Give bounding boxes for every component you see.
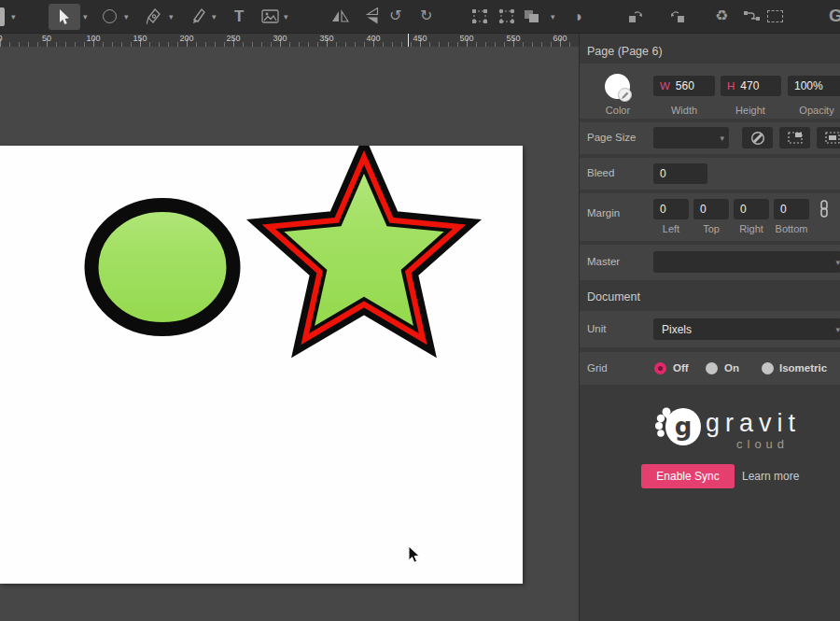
unit-dropdown[interactable]: Pixels ▾ bbox=[653, 318, 840, 340]
image-tool-icon[interactable] bbox=[261, 9, 279, 23]
opacity-value: 100% bbox=[794, 79, 823, 92]
master-label: Master bbox=[587, 256, 620, 267]
knife-tool-icon[interactable] bbox=[190, 7, 206, 25]
ruler-label: 400 bbox=[366, 34, 380, 43]
margin-row: Margin 0 Left 0 Top 0 Right 0 Bottom bbox=[580, 193, 840, 241]
ruler-label: 550 bbox=[506, 34, 520, 43]
convert-to-path-icon[interactable]: ♻ bbox=[715, 7, 728, 25]
boolean-caret[interactable]: ▾ bbox=[551, 12, 555, 21]
width-field[interactable]: W 560 bbox=[653, 76, 715, 96]
text-tool-icon[interactable]: T bbox=[234, 7, 244, 26]
ruler-label: 350 bbox=[319, 34, 333, 43]
page-size-caret: ▾ bbox=[720, 134, 724, 143]
orientation-button[interactable] bbox=[742, 127, 773, 148]
height-label: Height bbox=[735, 105, 765, 116]
ruler-label: 250 bbox=[226, 34, 240, 43]
margin-left-field[interactable]: 0 bbox=[653, 199, 689, 219]
flip-vertical-icon[interactable] bbox=[366, 7, 379, 25]
width-prefix: W bbox=[660, 80, 670, 92]
connector-icon[interactable] bbox=[743, 10, 761, 22]
margin-bottom-field[interactable]: 0 bbox=[774, 199, 809, 219]
ruler-label: 150 bbox=[133, 34, 147, 43]
margin-top-field[interactable]: 0 bbox=[693, 199, 729, 219]
margin-right-field[interactable]: 0 bbox=[734, 199, 769, 219]
margin-bottom-value: 0 bbox=[780, 203, 787, 216]
pen-tool-caret[interactable]: ▾ bbox=[169, 12, 174, 21]
shape-tool-partial-icon[interactable] bbox=[0, 7, 5, 26]
canvas-area[interactable] bbox=[0, 47, 579, 621]
logo-letter: g bbox=[675, 413, 693, 441]
margin-label: Margin bbox=[587, 207, 620, 219]
height-field[interactable]: H 470 bbox=[721, 76, 781, 96]
master-row: Master ▾ bbox=[580, 245, 840, 280]
boolean-union-icon[interactable] bbox=[524, 9, 539, 23]
fit-canvas-button[interactable] bbox=[817, 127, 840, 148]
pen-tool-icon[interactable] bbox=[147, 8, 162, 25]
panel-toggle-partial-icon[interactable]: G bbox=[829, 6, 840, 26]
unit-row: Unit Pixels ▾ bbox=[580, 311, 840, 347]
star-shape[interactable] bbox=[280, 169, 449, 330]
rotate-cw-icon[interactable]: ↻ bbox=[420, 7, 432, 25]
gravit-brand-text: gravit bbox=[706, 409, 801, 438]
grid-off-label[interactable]: Off bbox=[673, 362, 689, 374]
grid-isometric-label[interactable]: Isometric bbox=[779, 362, 827, 374]
grid-on-radio[interactable] bbox=[706, 362, 718, 374]
bleed-field[interactable]: 0 bbox=[653, 163, 707, 184]
ruler-label: 100 bbox=[86, 34, 100, 43]
ruler-position-marker bbox=[408, 34, 409, 47]
bring-forward-icon[interactable] bbox=[627, 8, 644, 24]
main-toolbar: ▾ ▾ ▾ ▾ ▾ T ▾ ↺ ↻ bbox=[0, 0, 840, 34]
page-size-row: Page Size ▾ bbox=[580, 122, 840, 154]
ruler-label: 500 bbox=[459, 34, 473, 43]
color-label: Color bbox=[606, 105, 630, 116]
grid-isometric-radio[interactable] bbox=[762, 362, 774, 374]
width-label: Width bbox=[671, 105, 697, 116]
properties-panel: Page (Page 6) Color W 560 Width H 470 He… bbox=[579, 34, 840, 621]
margin-left-label: Left bbox=[663, 223, 679, 234]
ruler-label: 200 bbox=[179, 34, 193, 43]
ruler-label: 600 bbox=[553, 34, 567, 43]
link-margins-icon[interactable] bbox=[819, 200, 830, 218]
ellipse-shape[interactable] bbox=[91, 205, 233, 330]
send-backward-icon[interactable] bbox=[669, 8, 686, 24]
shape-tool-caret[interactable]: ▾ bbox=[11, 12, 16, 21]
unit-caret: ▾ bbox=[835, 325, 840, 334]
bleed-label: Bleed bbox=[587, 167, 614, 178]
horizontal-ruler[interactable]: 050100150200250300350400450500550600 bbox=[0, 34, 579, 47]
grid-on-label[interactable]: On bbox=[724, 362, 739, 374]
ruler-label: 50 bbox=[42, 34, 51, 43]
unit-label: Unit bbox=[587, 323, 606, 334]
master-dropdown[interactable]: ▾ bbox=[653, 251, 840, 273]
margin-left-value: 0 bbox=[660, 203, 666, 216]
mask-icon[interactable]: ◑ bbox=[573, 7, 582, 26]
artboard-page[interactable] bbox=[0, 146, 523, 584]
page-size-dropdown[interactable]: ▾ bbox=[653, 127, 729, 148]
group-icon[interactable] bbox=[471, 8, 488, 24]
learn-more-link[interactable]: Learn more bbox=[742, 470, 799, 483]
cloud-sub-text: cloud bbox=[736, 437, 789, 451]
margin-top-value: 0 bbox=[700, 203, 707, 216]
knife-tool-caret[interactable]: ▾ bbox=[212, 12, 217, 21]
enable-sync-button[interactable]: Enable Sync bbox=[641, 464, 735, 488]
ruler-label: 450 bbox=[413, 34, 427, 43]
select-arrow-icon bbox=[59, 9, 71, 25]
margin-bottom-label: Bottom bbox=[776, 223, 808, 234]
select-tool-button[interactable] bbox=[49, 4, 80, 30]
ellipse-tool-icon[interactable] bbox=[103, 9, 117, 23]
opacity-field[interactable]: 100% bbox=[788, 76, 840, 96]
edit-color-icon[interactable] bbox=[618, 88, 632, 102]
ungroup-icon[interactable] bbox=[498, 8, 515, 24]
fit-selection-button[interactable] bbox=[779, 127, 810, 148]
orientation-icon bbox=[750, 131, 765, 146]
grid-off-radio[interactable] bbox=[654, 362, 666, 374]
marquee-icon[interactable] bbox=[767, 10, 783, 22]
width-value: 560 bbox=[676, 79, 694, 92]
image-tool-caret[interactable]: ▾ bbox=[284, 12, 288, 21]
flip-horizontal-icon[interactable] bbox=[331, 9, 349, 22]
page-size-label: Page Size bbox=[587, 132, 636, 143]
height-prefix: H bbox=[727, 80, 735, 92]
ellipse-tool-caret[interactable]: ▾ bbox=[124, 12, 129, 21]
bleed-value: 0 bbox=[660, 167, 666, 180]
select-tool-caret[interactable]: ▾ bbox=[83, 12, 88, 21]
rotate-ccw-icon[interactable]: ↺ bbox=[389, 7, 401, 25]
